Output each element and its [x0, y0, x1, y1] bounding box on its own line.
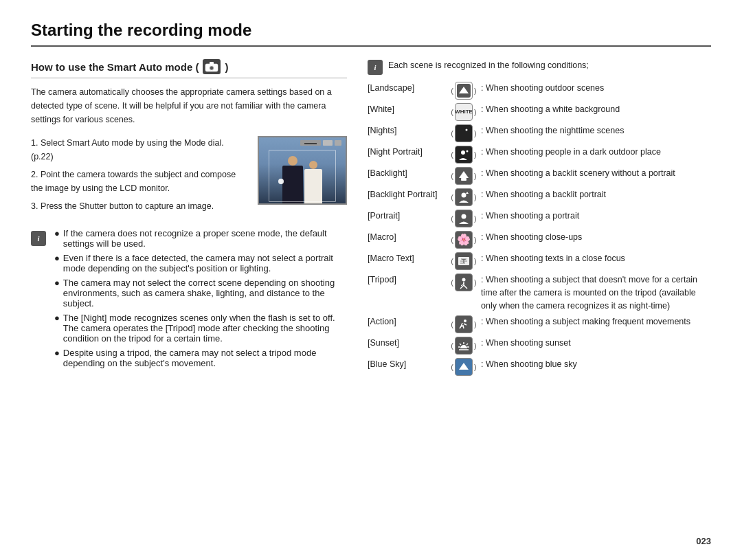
- scene-label-blue-sky: [Blue Sky]: [368, 358, 447, 371]
- svg-point-19: [462, 193, 466, 198]
- tripod-icon: [455, 273, 473, 291]
- scene-intro: Each scene is recognized in the followin…: [388, 59, 589, 72]
- steps-section: 1. Select Smart Auto mode by using the M…: [31, 136, 347, 217]
- scene-label-tripod: [Tripod]: [368, 273, 447, 287]
- bullet-3: ●: [54, 278, 60, 309]
- note-text-1: If the camera does not recognize a prope…: [63, 228, 347, 249]
- scene-desc-blue-sky: : When shooting blue sky: [481, 358, 711, 371]
- scene-desc-landscape: : When shooting outdoor scenes: [481, 82, 711, 95]
- scene-icon-macro: ( 🌸 ): [447, 231, 481, 249]
- blue-sky-icon: [455, 358, 473, 376]
- scene-desc-portrait: : When shooting a portrait: [481, 210, 711, 223]
- scene-label-macro: [Macro]: [368, 231, 447, 244]
- scene-table: [Landscape] ( ) : When shooting outdoor …: [368, 82, 711, 376]
- section-heading-end: ): [225, 61, 228, 73]
- scene-icon-tripod: ( ): [447, 273, 481, 291]
- scene-desc-tripod: : When shooting a subject that doesn't m…: [481, 273, 711, 312]
- scene-desc-macro-text: : When shooting texts in a close focus: [481, 252, 711, 265]
- scene-desc-white: : When shooting a white background: [481, 103, 711, 116]
- scene-row-sunset: [Sunset] (: [368, 337, 711, 355]
- scene-icon-action: ( ): [447, 315, 481, 333]
- scene-desc-backlight: : When shooting a backlit scenery withou…: [481, 167, 711, 180]
- scene-desc-action: : When shooting a subject making frequen…: [481, 315, 711, 328]
- section-heading: How to use the Smart Auto mode ( ): [31, 59, 347, 78]
- bullet-5: ●: [54, 348, 60, 368]
- portrait-icon: [455, 210, 473, 227]
- scene-row-action: [Action] ( ): [368, 315, 711, 333]
- smart-auto-icon: [203, 59, 221, 74]
- section-heading-text: How to use the Smart Auto mode (: [31, 61, 199, 73]
- left-column: How to use the Smart Auto mode ( ) The c…: [31, 59, 347, 539]
- scene-icon-backlight-portrait: ( ): [447, 188, 481, 206]
- scene-icon-nights: ( ): [447, 124, 481, 142]
- svg-point-14: [466, 150, 469, 153]
- note-item-3: ● The camera may not select the correct …: [54, 278, 347, 309]
- sunset-icon: [455, 337, 473, 355]
- scene-row-landscape: [Landscape] ( ) : When shooting outdoor …: [368, 82, 711, 100]
- note-text-2: Even if there is a face detected, the ca…: [63, 253, 347, 273]
- backlight-portrait-icon: [455, 188, 473, 206]
- scene-label-sunset: [Sunset]: [368, 337, 447, 350]
- scene-icon-white: ( WHITE ): [447, 103, 481, 121]
- scene-label-white: [White]: [368, 103, 447, 116]
- step-2: 2. Point the camera towards the subject …: [31, 168, 248, 195]
- scene-icon-blue-sky: ( ): [447, 358, 481, 376]
- white-icon: WHITE: [455, 103, 473, 121]
- scene-icon-night-portrait: ( ): [447, 146, 481, 164]
- scene-desc-backlight-portrait: : When shooting a backlit portrait: [481, 188, 711, 201]
- svg-rect-1: [210, 62, 214, 65]
- action-icon: [455, 315, 473, 333]
- scene-icon-backlight: ( ): [447, 167, 481, 185]
- note-text-3: The camera may not select the correct sc…: [63, 278, 347, 309]
- step-3: 3. Press the Shutter button to capture a…: [31, 199, 248, 213]
- scene-row-nights: [Nights] ( ) : When shooting the nigh: [368, 124, 711, 142]
- svg-rect-10: [457, 126, 471, 140]
- macro-text-icon: T: [455, 252, 473, 270]
- scene-desc-sunset: : When shooting sunset: [481, 337, 711, 350]
- svg-point-36: [464, 320, 466, 322]
- night-portrait-icon: [455, 146, 473, 164]
- page: Starting the recording mode How to use t…: [0, 0, 742, 560]
- scene-row-macro-text: [Macro Text] ( T: [368, 252, 711, 270]
- note-icon-right: i: [368, 60, 383, 75]
- scene-row-white: [White] ( WHITE ) : When shooting a whit…: [368, 103, 711, 121]
- scene-label-portrait: [Portrait]: [368, 210, 447, 223]
- scene-label-backlight-portrait: [Backlight Portrait]: [368, 188, 447, 201]
- steps-text: 1. Select Smart Auto mode by using the M…: [31, 136, 248, 217]
- scene-label-night-portrait: [Night Portrait]: [368, 146, 447, 159]
- note-item-1: ● If the camera does not recognize a pro…: [54, 228, 347, 249]
- camera-image: ▬▬▬: [258, 136, 347, 205]
- scene-label-macro-text: [Macro Text]: [368, 252, 447, 265]
- intro-text: The camera automatically chooses the app…: [31, 85, 347, 126]
- note-text-4: The [Night] mode recognizes scenes only …: [63, 313, 347, 344]
- svg-rect-17: [461, 178, 466, 181]
- svg-point-3: [210, 67, 213, 69]
- notes-section: i ● If the camera does not recognize a p…: [31, 228, 347, 372]
- scene-label-backlight: [Backlight]: [368, 167, 447, 180]
- note-icon-left: i: [31, 228, 54, 372]
- scene-icon-sunset: (: [447, 337, 481, 355]
- scene-label-landscape: [Landscape]: [368, 82, 447, 95]
- scene-row-backlight: [Backlight] ( ) : When shooting a bac: [368, 167, 711, 185]
- right-column: i Each scene is recognized in the follow…: [368, 59, 711, 539]
- scene-icon-portrait: ( ): [447, 210, 481, 227]
- svg-point-13: [461, 150, 465, 155]
- right-header: i Each scene is recognized in the follow…: [368, 59, 711, 75]
- macro-icon: 🌸: [455, 231, 473, 249]
- scene-desc-nights: : When shooting the nighttime scenes: [481, 124, 711, 137]
- scene-row-night-portrait: [Night Portrait] ( ): [368, 146, 711, 164]
- svg-rect-35: [457, 317, 471, 331]
- scene-row-macro: [Macro] ( 🌸 ) : When shooting close-ups: [368, 231, 711, 249]
- scene-desc-night-portrait: : When shooting people in a dark outdoor…: [481, 146, 711, 159]
- landscape-icon: [455, 82, 473, 100]
- step-1: 1. Select Smart Auto mode by using the M…: [31, 136, 248, 164]
- bullet-1: ●: [54, 228, 60, 249]
- nights-icon: [455, 124, 473, 142]
- scene-row-backlight-portrait: [Backlight Portrait] ( ): [368, 188, 711, 206]
- scene-desc-macro: : When shooting close-ups: [481, 231, 711, 244]
- svg-point-22: [462, 214, 466, 219]
- page-title: Starting the recording mode: [31, 21, 711, 47]
- note-item-2: ● Even if there is a face detected, the …: [54, 253, 347, 273]
- notes-content: ● If the camera does not recognize a pro…: [54, 228, 347, 372]
- scene-label-nights: [Nights]: [368, 124, 447, 137]
